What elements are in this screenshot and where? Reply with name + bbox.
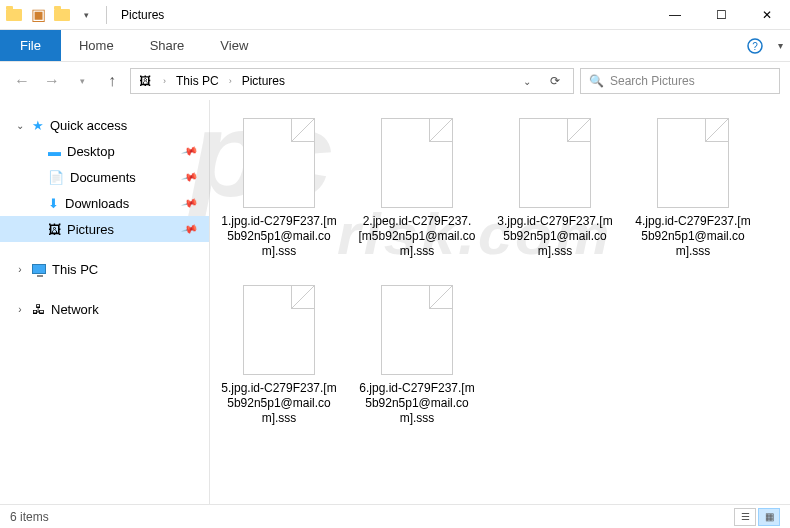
- chevron-down-icon[interactable]: ⌄: [14, 120, 26, 131]
- new-folder-icon[interactable]: [54, 7, 70, 23]
- address-bar[interactable]: 🖼 › This PC › Pictures ⌄ ⟳: [130, 68, 574, 94]
- chevron-right-icon[interactable]: ›: [14, 264, 26, 275]
- file-label: 1.jpg.id-C279F237.[m5b92n5p1@mail.com].s…: [220, 214, 338, 259]
- forward-button[interactable]: →: [40, 69, 64, 93]
- search-input[interactable]: 🔍 Search Pictures: [580, 68, 780, 94]
- tab-home[interactable]: Home: [61, 30, 132, 61]
- tab-view[interactable]: View: [202, 30, 266, 61]
- title-bar: ▣ ▾ Pictures — ☐ ✕: [0, 0, 790, 30]
- ribbon: File Home Share View ? ▾: [0, 30, 790, 62]
- properties-icon[interactable]: ▣: [30, 7, 46, 23]
- file-item[interactable]: 5.jpg.id-C279F237.[m5b92n5p1@mail.com].s…: [220, 285, 338, 426]
- thispc-icon: [32, 262, 46, 277]
- search-icon: 🔍: [589, 74, 604, 88]
- chevron-right-icon[interactable]: ›: [163, 76, 166, 86]
- file-label: 5.jpg.id-C279F237.[m5b92n5p1@mail.com].s…: [220, 381, 338, 426]
- pin-icon: 📌: [181, 168, 200, 186]
- downloads-icon: ⬇: [48, 196, 59, 211]
- status-bar: 6 items ☰ ▦: [0, 504, 790, 528]
- breadcrumb-pictures[interactable]: Pictures: [242, 74, 285, 88]
- desktop-icon: ▬: [48, 144, 61, 159]
- icons-view-button[interactable]: ▦: [758, 508, 780, 526]
- sidebar-item-label: Pictures: [67, 222, 114, 237]
- navigation-pane: ⌄ ★ Quick access ▬ Desktop 📌 📄 Documents…: [0, 100, 210, 504]
- file-icon: [519, 118, 591, 208]
- details-view-button[interactable]: ☰: [734, 508, 756, 526]
- refresh-button[interactable]: ⟳: [543, 74, 567, 88]
- file-icon: [243, 285, 315, 375]
- chevron-right-icon[interactable]: ›: [229, 76, 232, 86]
- sidebar-item-label: Documents: [70, 170, 136, 185]
- sidebar-item-desktop[interactable]: ▬ Desktop 📌: [0, 138, 209, 164]
- help-button[interactable]: ?: [740, 30, 770, 61]
- documents-icon: 📄: [48, 170, 64, 185]
- file-label: 2.jpeg.id-C279F237.[m5b92n5p1@mail.com].…: [358, 214, 476, 259]
- item-count: 6 items: [10, 510, 49, 524]
- sidebar-item-documents[interactable]: 📄 Documents 📌: [0, 164, 209, 190]
- app-icon: [6, 7, 22, 23]
- address-row: ← → ▾ ↑ 🖼 › This PC › Pictures ⌄ ⟳ 🔍 Sea…: [0, 62, 790, 100]
- file-label: 6.jpg.id-C279F237.[m5b92n5p1@mail.com].s…: [358, 381, 476, 426]
- tab-share[interactable]: Share: [132, 30, 203, 61]
- pin-icon: 📌: [181, 194, 200, 212]
- file-item[interactable]: 4.jpg.id-C279F237.[m5b92n5p1@mail.com].s…: [634, 118, 752, 259]
- sidebar-item-label: Desktop: [67, 144, 115, 159]
- file-icon: [381, 118, 453, 208]
- pin-icon: 📌: [181, 142, 200, 160]
- file-item[interactable]: 1.jpg.id-C279F237.[m5b92n5p1@mail.com].s…: [220, 118, 338, 259]
- sidebar-item-label: Downloads: [65, 196, 129, 211]
- sidebar-item-pictures[interactable]: 🖼 Pictures 📌: [0, 216, 209, 242]
- pictures-icon: 🖼: [48, 222, 61, 237]
- quick-access-label: Quick access: [50, 118, 127, 133]
- svg-text:?: ?: [752, 41, 758, 52]
- file-label: 4.jpg.id-C279F237.[m5b92n5p1@mail.com].s…: [634, 214, 752, 259]
- sidebar-item-network[interactable]: › 🖧 Network: [0, 296, 209, 322]
- quick-access-header[interactable]: ⌄ ★ Quick access: [0, 112, 209, 138]
- back-button[interactable]: ←: [10, 69, 34, 93]
- ribbon-expand-icon[interactable]: ▾: [770, 30, 790, 61]
- network-icon: 🖧: [32, 302, 45, 317]
- file-icon: [243, 118, 315, 208]
- location-icon: 🖼: [137, 73, 153, 89]
- quick-access-toolbar: ▣ ▾: [0, 7, 100, 23]
- help-icon: ?: [747, 38, 763, 54]
- breadcrumb-thispc[interactable]: This PC: [176, 74, 219, 88]
- view-toggle: ☰ ▦: [734, 508, 780, 526]
- address-dropdown-icon[interactable]: ⌄: [517, 76, 537, 87]
- up-button[interactable]: ↑: [100, 69, 124, 93]
- content-pane[interactable]: 1.jpg.id-C279F237.[m5b92n5p1@mail.com].s…: [210, 100, 790, 504]
- sidebar-item-label: Network: [51, 302, 99, 317]
- body: ⌄ ★ Quick access ▬ Desktop 📌 📄 Documents…: [0, 100, 790, 504]
- minimize-button[interactable]: —: [652, 0, 698, 30]
- star-icon: ★: [32, 118, 44, 133]
- sidebar-item-thispc[interactable]: › This PC: [0, 256, 209, 282]
- file-icon: [381, 285, 453, 375]
- pin-icon: 📌: [181, 220, 200, 238]
- separator: [106, 6, 107, 24]
- file-grid: 1.jpg.id-C279F237.[m5b92n5p1@mail.com].s…: [220, 118, 780, 426]
- sidebar-item-downloads[interactable]: ⬇ Downloads 📌: [0, 190, 209, 216]
- close-button[interactable]: ✕: [744, 0, 790, 30]
- file-label: 3.jpg.id-C279F237.[m5b92n5p1@mail.com].s…: [496, 214, 614, 259]
- recent-dropdown[interactable]: ▾: [70, 69, 94, 93]
- window-controls: — ☐ ✕: [652, 0, 790, 30]
- file-icon: [657, 118, 729, 208]
- search-placeholder: Search Pictures: [610, 74, 695, 88]
- file-item[interactable]: 6.jpg.id-C279F237.[m5b92n5p1@mail.com].s…: [358, 285, 476, 426]
- quick-access-group: ⌄ ★ Quick access ▬ Desktop 📌 📄 Documents…: [0, 112, 209, 242]
- window-title: Pictures: [121, 8, 164, 22]
- file-item[interactable]: 3.jpg.id-C279F237.[m5b92n5p1@mail.com].s…: [496, 118, 614, 259]
- file-tab[interactable]: File: [0, 30, 61, 61]
- maximize-button[interactable]: ☐: [698, 0, 744, 30]
- file-item[interactable]: 2.jpeg.id-C279F237.[m5b92n5p1@mail.com].…: [358, 118, 476, 259]
- qat-dropdown-icon[interactable]: ▾: [78, 7, 94, 23]
- chevron-right-icon[interactable]: ›: [14, 304, 26, 315]
- sidebar-item-label: This PC: [52, 262, 98, 277]
